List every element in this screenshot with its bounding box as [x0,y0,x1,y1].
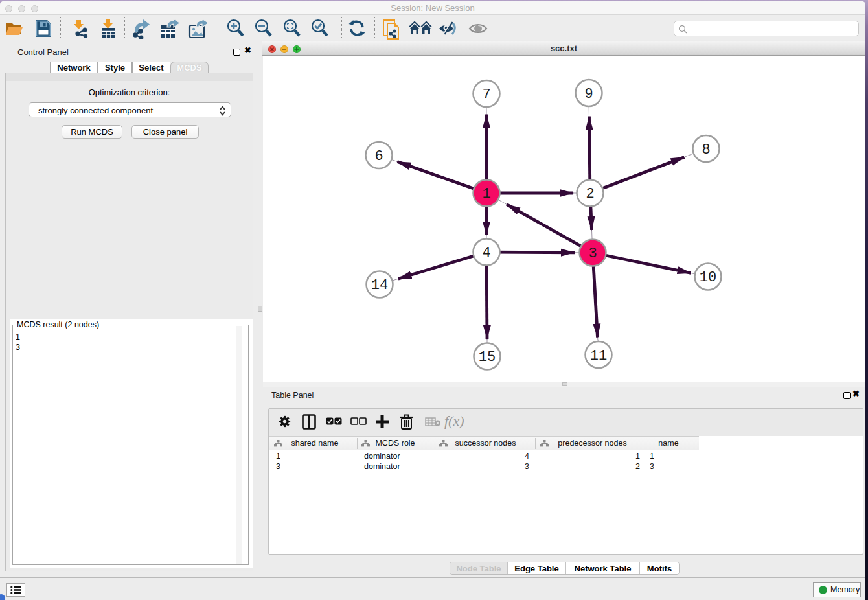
svg-text:10: 10 [700,270,716,286]
svg-text:15: 15 [479,349,496,365]
svg-text:3: 3 [588,246,597,262]
svg-text:11: 11 [590,348,607,364]
svg-text:4: 4 [482,245,490,261]
svg-text:8: 8 [702,142,710,158]
svg-text:6: 6 [374,148,383,165]
svg-text:14: 14 [371,277,388,294]
svg-text:9: 9 [584,86,593,102]
svg-text:2: 2 [586,186,594,202]
svg-text:1: 1 [482,186,490,202]
svg-text:7: 7 [482,87,490,103]
